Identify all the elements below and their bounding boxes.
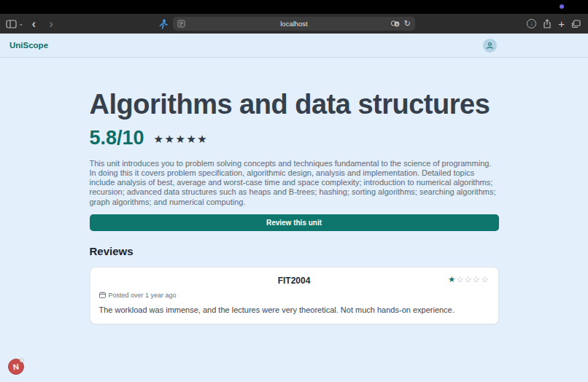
downloads-icon[interactable]: ↓ [527,19,536,28]
rating-score: 5.8/10 [90,127,144,149]
url-text[interactable]: localhost [173,20,415,28]
review-stars-empty: ☆☆☆☆ [456,275,489,284]
extension-icon[interactable] [159,19,168,29]
rating-row: 5.8/10 ★★★★★ [90,127,499,149]
review-text: The workload was immense, and the lectur… [99,305,490,314]
review-unit-button[interactable]: Review this unit [90,214,499,231]
calendar-icon [99,292,106,298]
share-icon[interactable] [543,19,552,29]
sidebar-toggle-button[interactable]: ⌄ [6,20,24,28]
review-card-header: FIT2004 ★☆☆☆☆ [99,275,490,286]
browser-window: ⌄ ‹ › localhost [0,0,588,382]
review-unit-code: FIT2004 [99,275,490,286]
devtools-status-dot [20,358,24,362]
review-stars-filled: ★ [448,275,456,284]
web-page: UniScope Algorithms and data structures … [0,34,588,324]
site-header: UniScope [0,34,588,58]
recording-indicator-dot [560,4,564,9]
tab-overview-icon[interactable] [571,20,581,28]
nuxt-devtools-label: N [12,362,20,372]
unit-description: This unit introduces you to problem solv… [90,159,499,207]
review-posted-date: Posted over 1 year ago [109,292,177,299]
browser-toolbar: ⌄ ‹ › localhost [0,14,588,34]
back-button[interactable]: ‹ [27,17,42,30]
rating-stars-icon: ★★★★★ [154,130,209,146]
forward-button: › [44,17,58,30]
sidebar-icon [6,20,17,28]
site-logo[interactable]: UniScope [9,41,48,50]
review-posted-row: Posted over 1 year ago [99,292,490,299]
page-title: Algorithms and data structures [90,90,499,119]
reload-icon[interactable]: ↻ [404,20,411,28]
download-arrow-glyph: ↓ [530,21,533,27]
nuxt-devtools-button[interactable]: N [8,359,24,375]
address-bar[interactable]: localhost a ↻ [173,17,415,31]
review-card: FIT2004 ★☆☆☆☆ Posted over 1 year ago The… [90,267,499,324]
person-icon [486,42,494,50]
review-stars-icon: ★☆☆☆☆ [448,276,490,284]
macos-menubar [0,0,588,14]
new-tab-icon[interactable]: + [558,18,565,29]
user-avatar-button[interactable] [483,39,497,52]
main-content: Algorithms and data structures 5.8/10 ★★… [90,58,499,324]
privacy-report-icon[interactable]: a [390,20,401,28]
reviews-heading: Reviews [90,245,499,257]
chevron-down-icon[interactable]: ⌄ [18,20,24,27]
